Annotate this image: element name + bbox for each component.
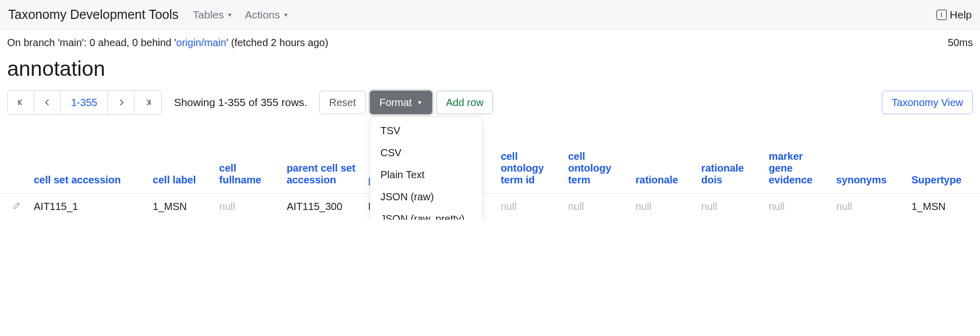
col-cell-fullname[interactable]: cell fullname xyxy=(213,145,281,194)
pencil-icon xyxy=(12,201,21,210)
col-ontology-id[interactable]: cell ontology term id xyxy=(495,145,562,194)
prev-page-button[interactable] xyxy=(34,91,61,114)
taxonomy-view-button[interactable]: Taxonomy View xyxy=(882,91,973,114)
next-page-button[interactable] xyxy=(108,91,135,114)
data-table-wrap: cell set accession cell label cell fulln… xyxy=(0,145,980,220)
col-parent-accession[interactable]: parent cell set accession xyxy=(280,145,362,194)
col-cell-label[interactable]: cell label xyxy=(147,145,213,194)
col-marker-gene[interactable]: marker gene evidence xyxy=(763,145,830,194)
cell-value: 1_MSN xyxy=(147,194,213,220)
format-button[interactable]: Format ▼ xyxy=(370,91,432,114)
format-option-json-raw-pretty[interactable]: JSON (raw, pretty) xyxy=(370,208,482,220)
format-dropdown: TSV CSV Plain Text JSON (raw) JSON (raw,… xyxy=(370,116,482,220)
table-row: AIT115_1 1_MSN null AIT115_300 D1-Matrix… xyxy=(0,194,980,220)
cell-null: null xyxy=(562,194,630,220)
col-synonyms[interactable]: synonyms xyxy=(830,145,905,194)
cell-null: null xyxy=(830,194,905,220)
cell-null: null xyxy=(213,194,281,220)
data-table: cell set accession cell label cell fulln… xyxy=(0,145,980,220)
add-row-button[interactable]: Add row xyxy=(436,91,493,114)
chevron-right-icon xyxy=(118,99,125,106)
page-title: annotation xyxy=(0,53,980,90)
reset-button[interactable]: Reset xyxy=(319,91,365,114)
app-title: Taxonomy Development Tools xyxy=(8,7,179,22)
timing-text: 50ms xyxy=(948,37,973,49)
row-count-text: Showing 1-355 of 355 rows. xyxy=(174,96,307,109)
chevron-down-icon: ▼ xyxy=(283,12,289,18)
format-option-csv[interactable]: CSV xyxy=(370,142,482,164)
format-option-plain[interactable]: Plain Text xyxy=(370,164,482,186)
col-cell-set-accession[interactable]: cell set accession xyxy=(28,145,147,194)
page-range-button[interactable]: 1-355 xyxy=(61,91,108,114)
edit-row-button[interactable] xyxy=(0,194,28,220)
toolbar: 1-355 Showing 1-355 of 355 rows. Reset F… xyxy=(0,90,980,115)
nav-actions[interactable]: Actions ▼ xyxy=(245,9,289,21)
cell-null: null xyxy=(629,194,695,220)
chevron-down-icon: ▼ xyxy=(417,99,422,106)
pager: 1-355 xyxy=(7,90,162,115)
cell-value: AIT115_300 xyxy=(280,194,362,220)
col-supertype[interactable]: Supertype xyxy=(905,145,980,194)
format-option-tsv[interactable]: TSV xyxy=(370,120,482,142)
branch-status: On branch 'main': 0 ahead, 0 behind 'ori… xyxy=(7,37,328,49)
status-bar: On branch 'main': 0 ahead, 0 behind 'ori… xyxy=(0,30,980,53)
help-link[interactable]: i Help xyxy=(937,9,972,21)
cell-null: null xyxy=(495,194,562,220)
chevron-left-icon xyxy=(44,99,51,106)
chevron-down-icon: ▼ xyxy=(227,12,233,18)
chevron-first-icon xyxy=(17,99,25,106)
col-ontology-term[interactable]: cell ontology term xyxy=(562,145,630,194)
col-rationale[interactable]: rationale xyxy=(629,145,695,194)
cell-null: null xyxy=(763,194,830,220)
col-rationale-dois[interactable]: rationale dois xyxy=(695,145,763,194)
format-option-json-raw[interactable]: JSON (raw) xyxy=(370,186,482,208)
cell-null: null xyxy=(695,194,763,220)
col-edit xyxy=(0,145,28,194)
last-page-button[interactable] xyxy=(135,91,161,114)
table-header-row: cell set accession cell label cell fulln… xyxy=(0,145,980,194)
cell-value: 1_MSN xyxy=(905,194,980,220)
first-page-button[interactable] xyxy=(8,91,34,114)
remote-branch-link[interactable]: origin/main xyxy=(176,37,227,48)
info-icon: i xyxy=(937,10,947,20)
cell-value: AIT115_1 xyxy=(28,194,147,220)
chevron-last-icon xyxy=(144,99,151,106)
nav-tables[interactable]: Tables ▼ xyxy=(193,9,233,21)
navbar: Taxonomy Development Tools Tables ▼ Acti… xyxy=(0,0,980,30)
